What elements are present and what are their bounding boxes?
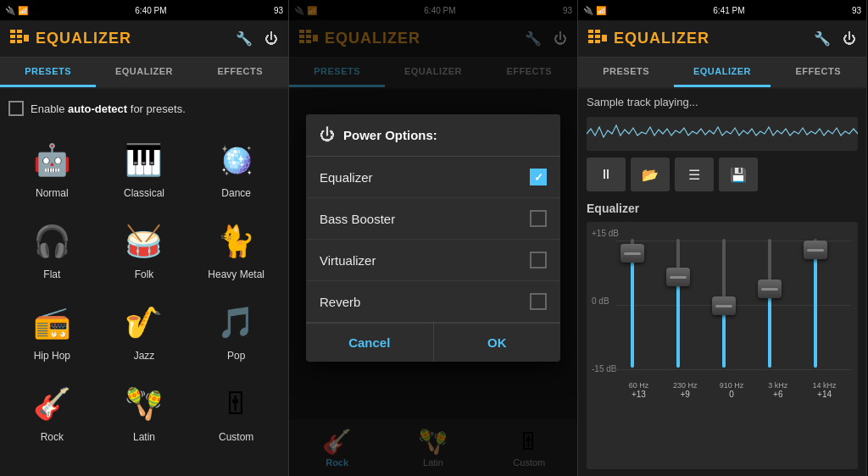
dialog-power-icon: ⏻ <box>320 126 335 144</box>
panel-equalizer: 🔌 📶 6:41 PM 93 EQUALIZER 🔧 ⏻ PRESETS EQU… <box>578 0 867 476</box>
preset-custom[interactable]: 🎚 Custom <box>192 374 280 450</box>
preset-icon-pop: 🎵 <box>213 299 260 346</box>
app-logo-3 <box>588 30 607 48</box>
dialog-checkbox-equalizer[interactable] <box>530 169 547 185</box>
eq-knob-4[interactable] <box>758 280 782 298</box>
preset-icon-dance: 🪩 <box>213 136 260 184</box>
preset-icon-classical: 🎹 <box>120 136 168 184</box>
header-icons-1: 🔧 ⏻ <box>236 30 278 47</box>
dialog-option-label-bass: Bass Booster <box>320 212 395 226</box>
dialog-buttons: Cancel OK <box>306 323 560 362</box>
usb-icon-3: 🔌 <box>583 6 593 15</box>
preset-icon-latin: 🪇 <box>120 380 168 428</box>
eq-content: Sample track playing... ⏸ 📂 ☰ 💾 Equalize… <box>578 89 866 476</box>
wrench-icon-3[interactable]: 🔧 <box>814 30 831 47</box>
freq-label-3: 910 Hz 0 <box>709 381 755 399</box>
sample-track-label: Sample track playing... <box>587 96 858 108</box>
preset-icon-custom: 🎚 <box>213 380 260 428</box>
usb-icon: 🔌 <box>5 6 15 15</box>
eq-section-title: Equalizer <box>587 202 858 215</box>
app-title-1: EQUALIZER <box>10 30 131 48</box>
open-button[interactable]: 📂 <box>631 158 670 191</box>
panel-dialog: 🔌 📶 6:40 PM 93 EQUALIZER 🔧 ⏻ PRESETS EQU… <box>289 0 578 476</box>
presets-grid: 🤖 Normal 🎹 Classical 🪩 Dance 🎧 Flat 🥁 F <box>8 130 280 450</box>
preset-label-heavy-metal: Heavy Metal <box>208 268 264 280</box>
menu-button[interactable]: ☰ <box>675 158 714 191</box>
preset-classical[interactable]: 🎹 Classical <box>101 130 188 206</box>
eq-track-fill-1 <box>631 245 634 368</box>
preset-flat[interactable]: 🎧 Flat <box>8 211 96 287</box>
power-options-overlay: ⏻ Power Options: Equalizer Bass Booster … <box>289 0 577 476</box>
preset-label-pop: Pop <box>227 350 245 362</box>
preset-icon-rock: 🎸 <box>28 380 75 428</box>
preset-label-folk: Folk <box>135 268 154 280</box>
wrench-icon-1[interactable]: 🔧 <box>236 30 253 47</box>
preset-latin[interactable]: 🪇 Latin <box>101 374 188 450</box>
status-right-1: 93 <box>274 6 283 15</box>
waveform-display <box>587 117 858 151</box>
tab-equalizer-1[interactable]: EQUALIZER <box>96 58 192 87</box>
status-bar-1: 🔌 📶 6:40 PM 93 <box>0 0 288 20</box>
eq-knob-3[interactable] <box>712 296 736 315</box>
tab-effects-3[interactable]: EFFECTS <box>771 58 866 87</box>
dialog-ok-button[interactable]: OK <box>434 324 561 362</box>
preset-jazz[interactable]: 🎷 Jazz <box>101 292 188 368</box>
power-options-dialog: ⏻ Power Options: Equalizer Bass Booster … <box>306 114 560 362</box>
status-time-1: 6:40 PM <box>135 6 166 15</box>
tabs-1: PRESETS EQUALIZER EFFECTS <box>0 58 288 89</box>
dialog-option-label-equalizer: Equalizer <box>320 170 373 185</box>
eq-slider-area: +15 dB 0 dB -15 dB <box>587 222 858 469</box>
dialog-option-label-virtualizer: Virtualizer <box>320 253 376 268</box>
status-bar-3: 🔌 📶 6:41 PM 93 <box>578 0 866 20</box>
freq-label-5: 14 kHz +14 <box>801 381 848 399</box>
pause-button[interactable]: ⏸ <box>587 158 626 191</box>
eq-knob-2[interactable] <box>666 268 690 286</box>
status-left-1: 🔌 📶 <box>5 6 28 15</box>
eq-bands-container: +15 dB 0 dB -15 dB <box>590 227 854 379</box>
tab-presets-3[interactable]: PRESETS <box>578 58 674 87</box>
preset-dance[interactable]: 🪩 Dance <box>192 130 280 206</box>
save-button[interactable]: 💾 <box>719 158 758 191</box>
dialog-checkbox-reverb[interactable] <box>530 293 547 310</box>
battery-3: 93 <box>852 6 861 15</box>
db-label-minus15: -15 dB <box>592 364 616 374</box>
transport-controls: ⏸ 📂 ☰ 💾 <box>587 158 858 191</box>
preset-pop[interactable]: 🎵 Pop <box>192 292 280 368</box>
auto-detect-row: Enable auto-detect for presets. <box>8 97 280 119</box>
preset-label-normal: Normal <box>36 187 69 199</box>
freq-label-4: 3 kHz +6 <box>754 381 801 399</box>
power-icon-3[interactable]: ⏻ <box>843 31 856 47</box>
preset-hip-hop[interactable]: 📻 Hip Hop <box>8 292 96 368</box>
dialog-option-equalizer[interactable]: Equalizer <box>306 157 560 198</box>
preset-normal[interactable]: 🤖 Normal <box>8 130 96 206</box>
preset-heavy-metal[interactable]: 🐈 Heavy Metal <box>192 211 280 287</box>
preset-folk[interactable]: 🥁 Folk <box>101 211 188 287</box>
preset-label-dance: Dance <box>221 187 251 199</box>
app-title-text-3: EQUALIZER <box>614 30 709 47</box>
dialog-cancel-button[interactable]: Cancel <box>306 324 434 362</box>
dialog-option-virtualizer[interactable]: Virtualizer <box>306 240 560 281</box>
dialog-option-bass[interactable]: Bass Booster <box>306 198 560 240</box>
tabs-3: PRESETS EQUALIZER EFFECTS <box>578 58 866 89</box>
preset-rock[interactable]: 🎸 Rock <box>8 374 96 450</box>
grid-line-bot <box>615 369 851 370</box>
eq-track-fill-5 <box>814 241 817 368</box>
power-icon-1[interactable]: ⏻ <box>264 31 278 47</box>
db-label-plus15: +15 dB <box>592 229 619 238</box>
preset-label-jazz: Jazz <box>134 350 155 362</box>
wifi-icon-3: 📶 <box>596 6 606 15</box>
dialog-option-reverb[interactable]: Reverb <box>306 281 560 323</box>
dialog-checkbox-bass[interactable] <box>530 210 547 227</box>
tab-presets-1[interactable]: PRESETS <box>0 58 96 87</box>
tab-equalizer-3[interactable]: EQUALIZER <box>674 58 770 87</box>
tab-effects-1[interactable]: EFFECTS <box>192 58 288 87</box>
preset-label-classical: Classical <box>124 187 164 199</box>
preset-icon-normal: 🤖 <box>28 136 75 184</box>
eq-knob-5[interactable] <box>804 241 827 259</box>
preset-label-latin: Latin <box>133 431 155 443</box>
wifi-icon: 📶 <box>18 6 28 15</box>
dialog-checkbox-virtualizer[interactable] <box>530 252 547 268</box>
eq-knob-1[interactable] <box>620 244 644 263</box>
db-label-0: 0 dB <box>592 296 609 306</box>
auto-detect-checkbox[interactable] <box>8 101 24 116</box>
